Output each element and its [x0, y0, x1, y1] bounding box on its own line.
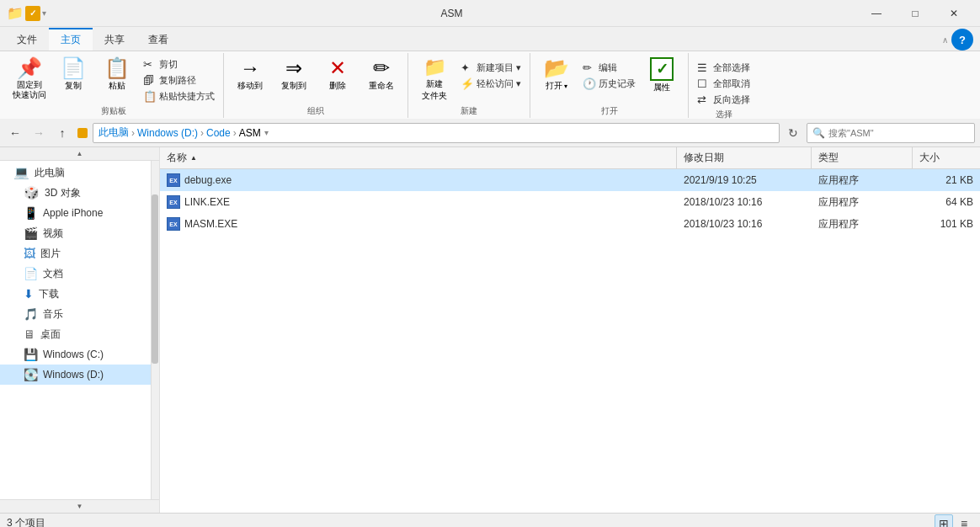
tab-file[interactable]: 文件 [5, 29, 49, 51]
history-button[interactable]: 🕐 历史记录 [579, 76, 639, 91]
maximize-button[interactable]: □ [896, 0, 935, 27]
title-bar-icons: 📁 ✓ ▾ [7, 5, 46, 21]
history-icon: 🕐 [583, 77, 596, 90]
sidebar-item-label-3d: 3D 对象 [45, 186, 81, 200]
new-item-label: 新建项目 ▾ [477, 61, 521, 74]
invert-icon: ⇄ [697, 93, 711, 106]
edit-button[interactable]: ✏ 编辑 [579, 60, 639, 75]
close-button[interactable]: ✕ [935, 0, 973, 27]
sidebar-item-music[interactable]: 🎵 音乐 [0, 304, 159, 324]
scroll-down-button[interactable]: ▼ [0, 499, 159, 513]
file-list-empty-area [160, 235, 980, 513]
navigation-bar: ← → ↑ 此电脑 › Windows (D:) › Code › ASM ▾ … [0, 119, 980, 147]
folder-icon: 📁 [7, 5, 24, 21]
status-bar: 3 个项目 ⊞ ≡ [0, 513, 980, 527]
back-button[interactable]: ← [5, 123, 25, 143]
sidebar-item-documents[interactable]: 📄 文档 [0, 264, 159, 284]
move-to-button[interactable]: → 移动到 [229, 55, 271, 104]
edit-icon: ✏ [583, 61, 596, 74]
col-header-name[interactable]: 名称 ▲ [160, 147, 677, 168]
paste-button[interactable]: 📋 粘贴 [96, 55, 138, 104]
sidebar-item-label-this-pc: 此电脑 [35, 166, 65, 180]
this-pc-icon: 💻 [13, 165, 29, 180]
ribbon-group-clipboard: 📌 固定到快速访问 📄 复制 📋 粘贴 ✂ 剪切 [3, 53, 224, 118]
refresh-button[interactable]: ↻ [783, 123, 803, 143]
file-size-debug: 21 KB [913, 174, 980, 186]
copy-to-button[interactable]: ⇒ 复制到 [273, 55, 315, 104]
up-button[interactable]: ↑ [52, 123, 72, 143]
scroll-up-button[interactable]: ▲ [0, 147, 159, 161]
minimize-button[interactable]: — [857, 0, 896, 27]
sidebar-item-label-music: 音乐 [43, 307, 63, 322]
list-view-button[interactable]: ≡ [955, 514, 973, 528]
open-button[interactable]: 📂 打开 ▾ [535, 55, 578, 104]
pictures-icon: 🖼 [24, 247, 35, 260]
cut-button[interactable]: ✂ 剪切 [140, 56, 218, 72]
search-bar[interactable]: 🔍 [807, 123, 975, 143]
copy-button[interactable]: 📄 复制 [52, 55, 94, 104]
file-row-link[interactable]: EX LINK.EXE 2018/10/23 10:16 应用程序 64 KB [160, 191, 980, 213]
paste-shortcut-button[interactable]: 📋 粘贴快捷方式 [140, 88, 218, 104]
select-all-icon: ☰ [697, 61, 711, 74]
sidebar-item-desktop[interactable]: 🖥 桌面 [0, 324, 159, 344]
sidebar-item-downloads[interactable]: ⬇ 下载 [0, 284, 159, 304]
edit-label: 编辑 [599, 61, 617, 74]
col-size-label: 大小 [919, 151, 940, 165]
sidebar-item-iphone[interactable]: 📱 Apple iPhone [0, 203, 159, 223]
clipboard-label: 剪贴板 [8, 104, 218, 118]
sort-arrow-name: ▲ [190, 154, 197, 162]
window-title: ASM [46, 8, 857, 19]
select-none-icon: ☐ [697, 77, 711, 90]
help-button[interactable]: ? [951, 29, 973, 51]
select-label: 选择 [694, 107, 754, 121]
new-folder-button[interactable]: 📁 新建文件夹 [413, 55, 455, 104]
properties-button[interactable]: ✓ 属性 [641, 55, 683, 104]
scroll-down-icon: ▼ [77, 503, 83, 510]
breadcrumb-code: Code [206, 127, 231, 139]
col-date-label: 修改日期 [684, 151, 724, 165]
select-none-button[interactable]: ☐ 全部取消 [694, 76, 754, 91]
copy-path-button[interactable]: 🗐 复制路径 [140, 72, 218, 88]
recent-folders-icon[interactable] [77, 128, 88, 138]
ribbon-group-open: 📂 打开 ▾ ✏ 编辑 🕐 历史记录 ✓ 属性 [530, 53, 689, 118]
sidebar-item-3d[interactable]: 🎲 3D 对象 [0, 183, 159, 203]
select-buttons: ☰ 全部选择 ☐ 全部取消 ⇄ 反向选择 [694, 53, 754, 107]
copyto-icon: ⇒ [285, 57, 302, 79]
sidebar-item-drive-d[interactable]: 💽 Windows (D:) [0, 365, 159, 385]
sidebar-scrollbar-thumb[interactable] [152, 194, 158, 364]
delete-icon: ✕ [329, 57, 346, 79]
select-all-button[interactable]: ☰ 全部选择 [694, 60, 754, 75]
ribbon-collapse-btn[interactable]: ∧ [942, 35, 948, 45]
sidebar-item-pictures[interactable]: 🖼 图片 [0, 243, 159, 264]
breadcrumb-chevron-icon: ▾ [264, 128, 269, 137]
open-label: 打开 ▾ [546, 80, 567, 92]
invert-label: 反向选择 [713, 93, 750, 106]
file-row-debug[interactable]: EX debug.exe 2021/9/19 10:25 应用程序 21 KB [160, 169, 980, 191]
exe-icon-debug: EX [167, 173, 180, 187]
sidebar-item-label-video: 视频 [43, 226, 63, 241]
grid-view-button[interactable]: ⊞ [935, 514, 953, 528]
new-item-button[interactable]: ✦ 新建项目 ▾ [457, 60, 525, 75]
sidebar-item-video[interactable]: 🎬 视频 [0, 223, 159, 243]
col-header-date[interactable]: 修改日期 [677, 147, 812, 168]
tab-view[interactable]: 查看 [136, 29, 180, 51]
delete-button[interactable]: ✕ 删除 [317, 55, 359, 104]
file-type-debug: 应用程序 [812, 173, 913, 188]
file-name-debug: EX debug.exe [160, 173, 677, 187]
rename-button[interactable]: ✏ 重命名 [360, 55, 402, 104]
easy-access-button[interactable]: ⚡ 轻松访问 ▾ [457, 76, 525, 91]
address-bar[interactable]: 此电脑 › Windows (D:) › Code › ASM ▾ [93, 123, 780, 143]
sidebar-item-this-pc[interactable]: 💻 此电脑 [0, 162, 159, 183]
forward-button[interactable]: → [29, 123, 49, 143]
scissors-icon: ✂ [143, 58, 157, 71]
file-row-masm[interactable]: EX MASM.EXE 2018/10/23 10:16 应用程序 101 KB [160, 213, 980, 235]
col-header-size[interactable]: 大小 [913, 147, 980, 168]
search-input[interactable] [828, 128, 969, 138]
col-header-type[interactable]: 类型 [812, 147, 913, 168]
sidebar-item-drive-c[interactable]: 💾 Windows (C:) [0, 344, 159, 365]
tab-share[interactable]: 共享 [93, 29, 136, 51]
paste-shortcut-label: 粘贴快捷方式 [159, 90, 215, 103]
tab-home[interactable]: 主页 [49, 28, 93, 51]
pin-to-quickaccess-button[interactable]: 📌 固定到快速访问 [8, 55, 51, 104]
invert-selection-button[interactable]: ⇄ 反向选择 [694, 92, 754, 107]
